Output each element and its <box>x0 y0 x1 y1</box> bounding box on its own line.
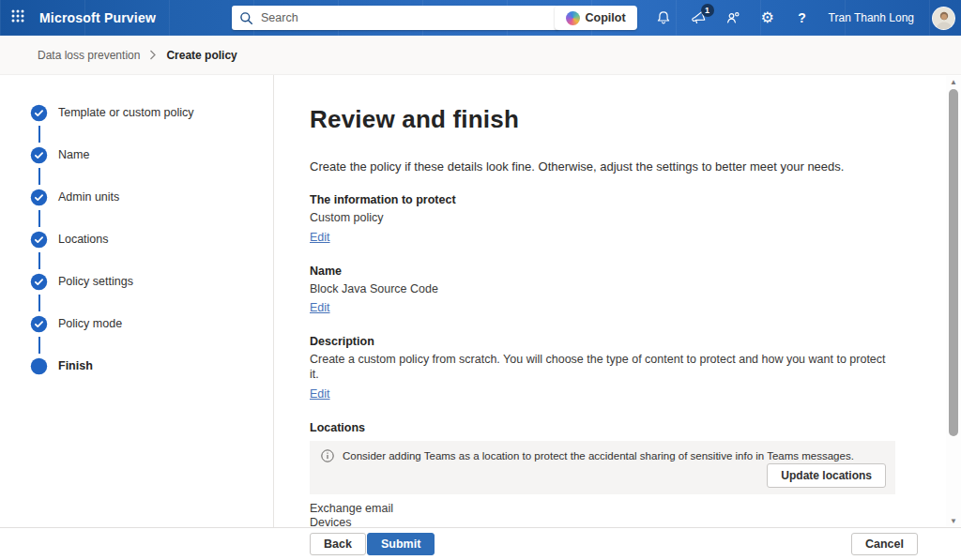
step-complete-icon <box>30 315 48 333</box>
banner-message: Consider adding Teams as a location to p… <box>343 450 854 462</box>
wizard-footer: Back Submit Cancel <box>0 527 961 560</box>
location-value: Devices <box>310 516 895 527</box>
scroll-down-arrow[interactable]: ▼ <box>946 515 961 526</box>
announcements-button[interactable]: 1 <box>690 9 707 26</box>
step-label: Finish <box>58 357 93 375</box>
copilot-label: Copilot <box>586 11 626 24</box>
section-locations: Locations Consider adding Teams as a loc… <box>310 421 895 528</box>
submit-button[interactable]: Submit <box>367 533 435 555</box>
location-value: Exchange email <box>310 502 895 517</box>
step-label: Admin units <box>58 189 119 206</box>
step-finish[interactable]: Finish <box>30 357 273 400</box>
section-value: Block Java Source Code <box>310 282 895 297</box>
step-label: Policy mode <box>58 315 122 333</box>
section-heading: Locations <box>310 421 895 434</box>
purview-app: Microsoft Purview Copilot <box>0 0 961 560</box>
step-complete-icon <box>30 104 48 122</box>
app-launcher-button[interactable] <box>0 0 36 36</box>
intro-text: Create the policy if these details look … <box>310 159 895 174</box>
person-feedback-icon <box>725 10 740 25</box>
notification-badge: 1 <box>701 4 714 17</box>
notifications-button[interactable] <box>655 9 672 26</box>
wizard-steps-sidebar: Template or custom policy Name Admin uni… <box>0 75 274 527</box>
step-label: Policy settings <box>58 273 133 291</box>
search-input[interactable] <box>261 11 552 24</box>
gear-icon: ⚙ <box>760 10 773 25</box>
settings-button[interactable]: ⚙ <box>759 9 776 26</box>
waffle-icon <box>11 9 24 26</box>
search-icon <box>239 11 253 25</box>
section-heading: The information to protect <box>310 193 895 206</box>
top-bar: Microsoft Purview Copilot <box>0 0 961 36</box>
section-value: Create a custom policy from scratch. You… <box>310 353 895 382</box>
scroll-up-arrow[interactable]: ▲ <box>946 76 961 87</box>
breadcrumb-parent[interactable]: Data loss prevention <box>38 49 140 62</box>
section-value: Custom policy <box>310 211 895 226</box>
step-complete-icon <box>30 231 48 249</box>
teams-suggestion-banner: Consider adding Teams as a location to p… <box>310 441 895 494</box>
chevron-right-icon <box>149 50 157 60</box>
back-button[interactable]: Back <box>310 533 366 555</box>
section-heading: Name <box>310 265 895 278</box>
section-description: Description Create a custom policy from … <box>310 335 895 401</box>
cancel-button[interactable]: Cancel <box>851 533 918 555</box>
wizard-body: Template or custom policy Name Admin uni… <box>0 75 961 527</box>
search-box[interactable] <box>232 6 559 30</box>
step-label: Template or custom policy <box>58 104 194 122</box>
help-button[interactable]: ? <box>794 9 811 26</box>
edit-info-to-protect-link[interactable]: Edit <box>310 231 330 244</box>
bell-icon <box>656 10 671 25</box>
section-heading: Description <box>310 335 895 348</box>
section-name: Name Block Java Source Code Edit <box>310 265 895 316</box>
step-label: Locations <box>58 231 109 249</box>
top-right-cluster: Copilot 1 <box>555 0 961 36</box>
page-title: Review and finish <box>310 105 895 134</box>
scrollbar-thumb[interactable] <box>949 89 958 436</box>
user-avatar[interactable] <box>932 7 955 30</box>
step-complete-icon <box>30 146 48 164</box>
info-icon <box>321 449 334 462</box>
copilot-icon <box>566 11 580 25</box>
feedback-button[interactable] <box>725 9 741 26</box>
step-name[interactable]: Name <box>30 146 273 189</box>
copilot-button[interactable]: Copilot <box>555 6 637 30</box>
app-title: Microsoft Purview <box>39 10 156 25</box>
step-policy-settings[interactable]: Policy settings <box>30 273 273 315</box>
step-policy-mode[interactable]: Policy mode <box>30 315 273 357</box>
step-complete-icon <box>30 189 48 206</box>
step-template-or-custom-policy[interactable]: Template or custom policy <box>30 104 273 146</box>
user-name[interactable]: Tran Thanh Long <box>829 11 914 24</box>
section-information-to-protect: The information to protect Custom policy… <box>310 193 895 245</box>
step-admin-units[interactable]: Admin units <box>30 189 273 231</box>
step-locations[interactable]: Locations <box>30 231 273 273</box>
edit-name-link[interactable]: Edit <box>310 301 330 314</box>
review-pane: Review and finish Create the policy if t… <box>274 75 961 527</box>
edit-description-link[interactable]: Edit <box>310 387 330 401</box>
vertical-scrollbar[interactable]: ▲ ▼ <box>946 76 961 526</box>
help-icon: ? <box>798 11 806 24</box>
update-locations-button[interactable]: Update locations <box>767 463 886 488</box>
step-complete-icon <box>30 273 48 291</box>
breadcrumb-current: Create policy <box>166 49 236 62</box>
step-label: Name <box>58 146 89 164</box>
step-current-icon <box>30 357 48 375</box>
breadcrumb: Data loss prevention Create policy <box>0 36 961 75</box>
